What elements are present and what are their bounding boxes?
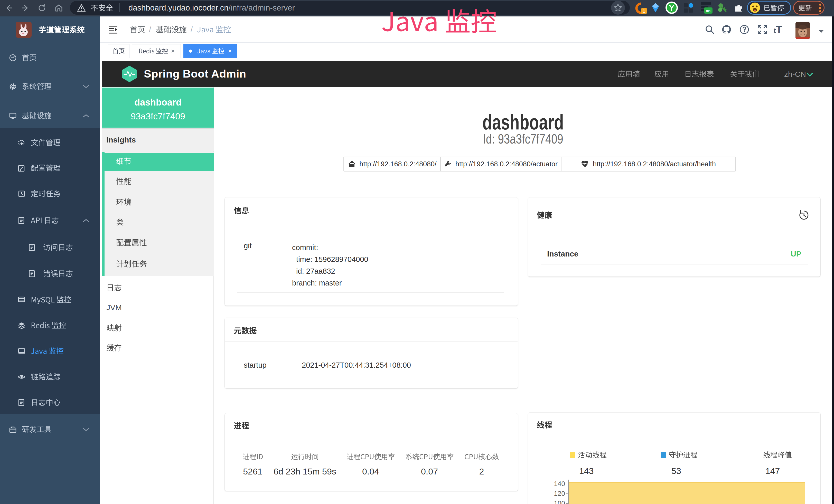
svg-text:1: 1	[643, 9, 645, 13]
svg-text:on: on	[706, 8, 710, 13]
